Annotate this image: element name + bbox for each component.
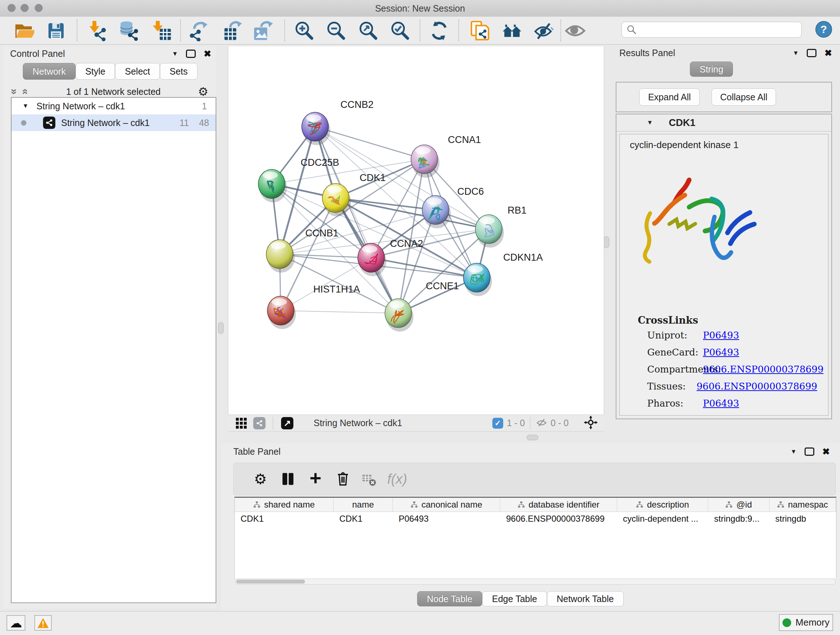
tab-sets[interactable]: Sets (160, 63, 197, 80)
expand-all-button[interactable]: Expand All (639, 88, 699, 106)
collapse-all-button[interactable]: Collapse All (712, 88, 776, 106)
search-input[interactable] (622, 22, 802, 38)
network-graph[interactable]: CCNB2CCNA1CDC25BCDK1CDC6RB1CCNB1CCNA2CDK… (228, 46, 604, 415)
tree-expand-icon[interactable]: ▼ (22, 103, 28, 110)
show-columns-icon[interactable] (276, 467, 300, 491)
column-header-description[interactable]: description (617, 498, 708, 511)
horizontal-splitter-handle[interactable] (527, 435, 538, 440)
zoom-in-icon[interactable] (294, 20, 315, 41)
entry-collapse-icon[interactable]: ▼ (647, 119, 653, 126)
column-header--id[interactable]: @id (708, 498, 769, 511)
create-column-icon[interactable]: + (304, 466, 327, 492)
column-header-database-identifier[interactable]: database identifier (500, 498, 617, 511)
tab-node-table[interactable]: Node Table (417, 591, 482, 606)
refresh-icon[interactable] (429, 20, 450, 41)
import-network-database-icon[interactable] (118, 20, 139, 41)
import-table-icon[interactable] (151, 20, 172, 41)
table-cell[interactable]: 9606.ENSP00000378699 (500, 514, 617, 524)
panel-menu-icon[interactable]: ▼ (790, 448, 797, 455)
copy-style-icon[interactable] (469, 20, 490, 41)
column-header-shared-name[interactable]: shared name (235, 498, 333, 511)
edge-CCNA2-CDKN1A[interactable] (371, 258, 477, 278)
panel-float-icon[interactable] (186, 50, 196, 58)
column-header-name[interactable]: name (333, 498, 393, 511)
crosslink-value-link[interactable]: P06493 (703, 347, 739, 358)
panel-menu-icon[interactable]: ▼ (793, 50, 799, 57)
network-node-ccna1[interactable]: CCNA1 (411, 134, 481, 178)
tab-edge-table[interactable]: Edge Table (482, 591, 547, 606)
edge-CCNA1-CDC25B[interactable] (272, 159, 424, 184)
delete-table-icon[interactable] (357, 467, 381, 491)
help-icon[interactable]: ? (815, 21, 832, 38)
table-horizontal-scrollbar[interactable] (235, 578, 836, 585)
crosslink-value-link[interactable]: P06493 (703, 330, 739, 340)
memory-button[interactable]: Memory (779, 614, 833, 631)
panel-close-icon[interactable]: ✖ (824, 49, 832, 57)
export-network-icon[interactable] (188, 20, 209, 41)
tab-string[interactable]: String (690, 62, 733, 77)
tab-style[interactable]: Style (76, 63, 115, 80)
collapse-all-icon[interactable]: » (9, 89, 20, 95)
edge-CCNE1-HIST1H1A[interactable] (281, 310, 398, 313)
crosslink-value-link[interactable]: 9606.ENSP00000378699 (703, 364, 823, 375)
delete-column-icon[interactable] (332, 467, 355, 491)
zoom-out-icon[interactable] (325, 20, 347, 41)
cloud-icon[interactable]: ☁ (6, 615, 25, 631)
hide-visibility-icon[interactable] (533, 20, 554, 41)
tab-network[interactable]: Network (23, 63, 76, 80)
network-canvas[interactable]: CCNB2CCNA1CDC25BCDK1CDC6RB1CCNB1CCNA2CDK… (228, 46, 604, 415)
tab-network-table[interactable]: Network Table (547, 591, 624, 606)
zoom-fit-icon[interactable] (358, 20, 379, 41)
export-table-icon[interactable] (223, 20, 243, 41)
tab-select[interactable]: Select (115, 63, 159, 80)
string-view-share-icon[interactable] (253, 417, 265, 429)
table-cell[interactable]: CDK1 (235, 514, 333, 524)
entry-header[interactable]: ▼ CDK1 (616, 114, 831, 131)
crosslink-value-link[interactable]: 9606.ENSP00000378699 (697, 381, 817, 392)
table-cell[interactable]: CDK1 (333, 514, 393, 524)
table-cell[interactable]: stringdb:9... (708, 514, 769, 524)
export-image-icon[interactable] (252, 20, 273, 41)
table-options-gear-icon[interactable]: ⚙ (249, 467, 272, 491)
edge-CCNB2-CCNA1[interactable] (315, 127, 424, 159)
network-node-ccne1[interactable]: CCNE1 (385, 280, 459, 332)
open-in-window-icon[interactable]: ↗ (281, 417, 294, 429)
grid-view-icon[interactable] (236, 418, 247, 429)
hidden-eye-icon[interactable] (535, 417, 548, 429)
scrollbar-thumb[interactable] (236, 580, 305, 584)
network-node-cdk1[interactable]: CDK1 (322, 172, 386, 217)
network-row-selected[interactable]: String Network – cdk1 11 48 (11, 114, 216, 131)
pan-crosshair-icon[interactable] (584, 416, 598, 431)
network-node-rb1[interactable]: RB1 (475, 205, 527, 248)
right-splitter-handle[interactable] (604, 236, 609, 248)
table-cell[interactable]: P06493 (393, 514, 500, 524)
expand-all-icon[interactable]: « (20, 89, 31, 95)
panel-float-icon[interactable] (807, 49, 816, 57)
network-options-gear-icon[interactable]: ⚙ (198, 85, 208, 98)
table-row[interactable]: CDK1CDK1P064939606.ENSP00000378699cyclin… (235, 512, 836, 525)
zoom-selected-icon[interactable] (390, 20, 411, 41)
network-node-cdkn1a[interactable]: CDKN1A (463, 252, 543, 296)
crosslink-value-link[interactable]: P06493 (703, 398, 739, 409)
table-cell[interactable]: stringdb (769, 514, 836, 524)
left-splitter-handle[interactable] (218, 322, 224, 334)
panel-float-icon[interactable] (805, 448, 814, 456)
warning-icon[interactable] (34, 615, 52, 631)
column-header-namespac[interactable]: namespac (769, 498, 836, 511)
string-home-icon[interactable] (502, 20, 523, 41)
selected-checkbox-icon[interactable]: ✓ (493, 418, 503, 429)
table-cell[interactable]: cyclin-dependent ... (617, 514, 708, 524)
panel-close-icon[interactable]: ✖ (204, 49, 211, 58)
panel-menu-icon[interactable]: ▼ (172, 50, 178, 57)
open-file-icon[interactable] (14, 20, 35, 41)
show-visibility-icon[interactable] (565, 20, 586, 41)
import-network-file-icon[interactable] (87, 20, 108, 41)
network-node-ccnb2[interactable]: CCNB2 (302, 99, 374, 145)
network-collection-row[interactable]: ▼ String Network – cdk1 1 (11, 98, 216, 114)
column-header-canonical-name[interactable]: canonical name (393, 498, 500, 511)
network-node-hist1h1a[interactable]: HIST1H1A (267, 284, 360, 329)
save-session-icon[interactable] (46, 20, 66, 41)
search-field[interactable] (640, 24, 801, 35)
panel-close-icon[interactable]: ✖ (822, 447, 830, 456)
function-builder-icon[interactable]: f(x) (386, 467, 409, 491)
